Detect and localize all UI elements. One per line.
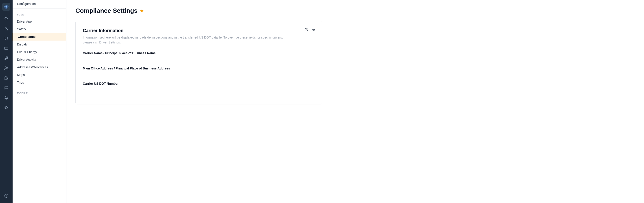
card-title: Carrier Information [83,28,124,33]
card-description: Information set here will be displayed i… [83,35,285,45]
field-dot-number-value: – [83,87,315,91]
field-carrier-name-value: – [83,57,315,60]
nav-item-safety[interactable]: Safety [12,25,66,33]
edit-label: Edit [310,28,315,32]
help-nav-icon[interactable] [2,191,11,200]
nav-section-fleet: FLEET [12,10,66,18]
page-title-row: Compliance Settings ★ [76,7,635,14]
icon-sidebar [0,0,12,203]
app-logo [2,3,10,11]
chat-nav-icon[interactable] [2,83,11,92]
id-card-nav-icon[interactable] [2,44,11,53]
field-carrier-name: Carrier Name / Principal Place of Busine… [83,51,315,60]
shield-nav-icon[interactable] [2,34,11,43]
fuel-nav-icon[interactable] [2,73,11,82]
svg-point-3 [6,27,7,28]
svg-point-6 [5,67,6,68]
card-header: Carrier Information Edit [83,28,315,33]
nav-item-driver-activity[interactable]: Driver Activity [12,56,66,63]
favorite-star-icon[interactable]: ★ [140,8,144,13]
main-content: Compliance Settings ★ Carrier Informatio… [66,0,644,203]
nav-divider-2 [12,87,66,87]
edit-pencil-icon [305,28,308,32]
edit-button[interactable]: Edit [305,28,315,32]
field-main-office-address: Main Office Address / Principal Place of… [83,67,315,75]
nav-item-dispatch[interactable]: Dispatch [12,40,66,48]
field-dot-number-label: Carrier US DOT Number [83,82,315,85]
person-nav-icon[interactable] [2,24,11,33]
svg-rect-4 [5,47,8,50]
bell-nav-icon[interactable] [2,93,11,102]
carrier-info-card: Carrier Information Edit Information set… [76,21,322,104]
group-nav-icon[interactable] [2,64,11,73]
nav-item-addresses-geofences[interactable]: Addresses/Geofences [12,63,66,71]
field-main-office-label: Main Office Address / Principal Place of… [83,67,315,70]
nav-item-compliance[interactable]: Compliance [12,33,66,40]
search-nav-icon[interactable] [2,14,11,23]
graduation-nav-icon[interactable] [2,103,11,112]
nav-sidebar: Configuration FLEET Driver App Safety Co… [12,0,66,203]
wrench-nav-icon[interactable] [2,54,11,63]
nav-item-maps[interactable]: Maps [12,71,66,79]
field-dot-number: Carrier US DOT Number – [83,82,315,91]
nav-section-mobile: MOBILE [12,88,66,96]
nav-item-driver-app[interactable]: Driver App [12,18,66,25]
nav-item-configuration[interactable]: Configuration [12,0,66,8]
svg-line-2 [7,19,8,20]
nav-item-fuel-energy[interactable]: Fuel & Energy [12,48,66,56]
nav-divider [12,8,66,9]
field-carrier-name-label: Carrier Name / Principal Place of Busine… [83,51,315,55]
field-main-office-value: – [83,72,315,75]
page-title: Compliance Settings [76,7,138,14]
nav-item-trips[interactable]: Trips [12,79,66,86]
